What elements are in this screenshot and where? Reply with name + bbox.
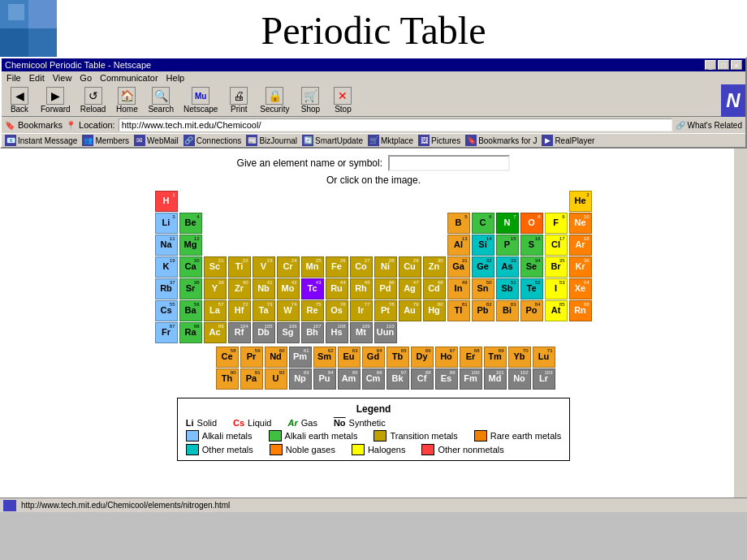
security-button[interactable]: 🔒 Security: [257, 86, 292, 114]
element-Cs[interactable]: 55Cs: [155, 300, 178, 321]
bm-instant-message[interactable]: 📧Instant Message: [5, 135, 77, 146]
element-Ho[interactable]: 67Ho: [435, 347, 458, 368]
close-button[interactable]: ×: [731, 60, 742, 70]
bm-bizjournal[interactable]: 📰BizJournal: [246, 135, 297, 146]
reload-button[interactable]: ↺ Reload: [77, 86, 110, 114]
element-La-ref[interactable]: 57La: [204, 300, 227, 321]
element-F[interactable]: 9F: [545, 213, 568, 234]
bm-webmail[interactable]: ✉WebMail: [134, 135, 179, 146]
element-He[interactable]: 2He: [569, 191, 592, 212]
element-Cd[interactable]: 48Cd: [423, 278, 446, 299]
element-Nb[interactable]: 41Nb: [253, 278, 275, 299]
element-As[interactable]: 33As: [496, 256, 519, 278]
element-Ta[interactable]: 73Ta: [253, 300, 275, 321]
element-Se[interactable]: 34Se: [520, 256, 543, 278]
element-N[interactable]: 7N: [496, 213, 519, 234]
element-Sn[interactable]: 50Sn: [472, 278, 494, 299]
element-U[interactable]: 92U: [265, 368, 287, 390]
whats-related-button[interactable]: 🔗 What's Related: [676, 121, 742, 130]
bm-connections[interactable]: 🔗Connections: [184, 135, 242, 146]
element-Y[interactable]: 39Y: [204, 278, 227, 299]
element-Pu[interactable]: 94Pu: [313, 368, 336, 390]
element-Rn[interactable]: 86Rn: [569, 300, 592, 321]
element-Ca[interactable]: 20Ca: [179, 256, 202, 278]
element-Au[interactable]: 79Au: [399, 300, 421, 321]
element-Hg[interactable]: 80Hg: [423, 300, 446, 321]
element-Cr[interactable]: 24Cr: [277, 256, 300, 278]
netscape-button[interactable]: Mu Netscape: [180, 86, 221, 114]
element-W[interactable]: 74W: [277, 300, 300, 321]
element-Nd[interactable]: 60Nd: [265, 347, 287, 368]
element-P[interactable]: 15P: [496, 235, 519, 256]
print-button[interactable]: 🖨 Print: [224, 86, 253, 114]
element-Dy[interactable]: 66Dy: [411, 347, 434, 368]
menu-communicator[interactable]: Communicator: [100, 73, 158, 83]
element-Gd[interactable]: 64Gd: [362, 347, 385, 368]
element-Sg[interactable]: 106Sg: [277, 322, 300, 343]
element-Pb[interactable]: 82Pb: [472, 300, 494, 321]
element-Bk[interactable]: 97Bk: [386, 368, 409, 390]
element-Ag[interactable]: 47Ag: [399, 278, 421, 299]
element-Kr[interactable]: 36Kr: [569, 256, 592, 278]
element-Re[interactable]: 75Re: [301, 300, 324, 321]
element-Br[interactable]: 35Br: [545, 256, 568, 278]
back-button[interactable]: ◀ Back: [5, 86, 34, 114]
element-Ba[interactable]: 56Ba: [179, 300, 202, 321]
element-Hf[interactable]: 72Hf: [228, 300, 251, 321]
element-Tc[interactable]: 43Tc: [301, 278, 324, 299]
element-V[interactable]: 23V: [253, 256, 275, 278]
element-Co[interactable]: 27Co: [350, 256, 373, 278]
menu-file[interactable]: File: [6, 73, 21, 83]
element-I[interactable]: 53I: [545, 278, 568, 299]
element-Te[interactable]: 52Te: [520, 278, 543, 299]
element-Zn[interactable]: 30Zn: [423, 256, 446, 278]
element-Rf[interactable]: 104Rf: [228, 322, 251, 343]
element-Cf[interactable]: 98Cf: [411, 368, 434, 390]
element-Os[interactable]: 76Os: [326, 300, 348, 321]
element-Rh[interactable]: 45Rh: [350, 278, 373, 299]
element-Ce[interactable]: 58Ce: [216, 347, 239, 368]
element-search-input[interactable]: [388, 155, 510, 171]
element-Hs[interactable]: 108Hs: [326, 322, 348, 343]
element-K[interactable]: 19K: [155, 256, 178, 278]
element-Mo[interactable]: 42Mo: [277, 278, 300, 299]
element-Er[interactable]: 68Er: [460, 347, 482, 368]
element-Ga[interactable]: 31Ga: [447, 256, 470, 278]
element-Ti[interactable]: 22Ti: [228, 256, 251, 278]
element-Tl[interactable]: 81Tl: [447, 300, 470, 321]
element-Fr[interactable]: 87Fr: [155, 322, 178, 343]
element-Al[interactable]: 13Al: [447, 235, 470, 256]
element-Ru[interactable]: 44Ru: [326, 278, 348, 299]
element-Cu[interactable]: 29Cu: [399, 256, 421, 278]
element-Db[interactable]: 105Db: [253, 322, 275, 343]
element-Tb[interactable]: 65Tb: [386, 347, 409, 368]
menu-go[interactable]: Go: [80, 73, 92, 83]
location-input[interactable]: [119, 118, 672, 131]
element-Np[interactable]: 93Np: [289, 368, 312, 390]
bm-pictures[interactable]: 🖼Pictures: [418, 135, 460, 146]
stop-button[interactable]: ✕ Stop: [328, 86, 357, 114]
element-In[interactable]: 49In: [447, 278, 470, 299]
element-Uun[interactable]: 110Uun: [374, 322, 397, 343]
element-Ac-ref[interactable]: 89Ac: [204, 322, 227, 343]
menu-help[interactable]: Help: [166, 73, 185, 83]
home-button[interactable]: 🏠 Home: [112, 86, 141, 114]
element-Pr[interactable]: 59Pr: [240, 347, 263, 368]
element-Po[interactable]: 84Po: [520, 300, 543, 321]
bm-realplayer[interactable]: ▶RealPlayer: [542, 135, 594, 146]
element-Mt[interactable]: 109Mt: [350, 322, 373, 343]
element-Pm[interactable]: 61Pm: [289, 347, 312, 368]
menu-edit[interactable]: Edit: [29, 73, 45, 83]
bm-bookmarks-j[interactable]: 🔖Bookmarks for J: [465, 135, 537, 146]
bm-members[interactable]: 👥Members: [82, 135, 129, 146]
forward-button[interactable]: ▶ Forward: [37, 86, 74, 114]
element-Be[interactable]: 4Be: [179, 213, 202, 234]
element-Cl[interactable]: 17Cl: [545, 235, 568, 256]
element-Ge[interactable]: 32Ge: [472, 256, 494, 278]
search-button[interactable]: 🔍 Search: [145, 86, 177, 114]
element-Ir[interactable]: 77Ir: [350, 300, 373, 321]
element-Bi[interactable]: 83Bi: [496, 300, 519, 321]
element-Li[interactable]: 3Li: [155, 213, 178, 234]
element-Fm[interactable]: 100Fm: [460, 368, 482, 390]
element-Fe[interactable]: 26Fe: [326, 256, 348, 278]
